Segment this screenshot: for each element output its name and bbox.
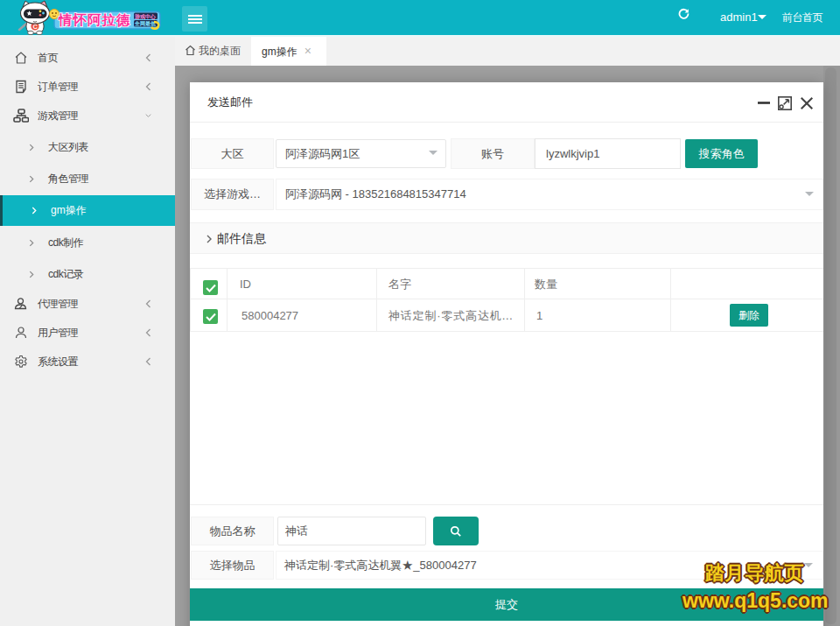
svg-text:情怀阿拉德: 情怀阿拉德 — [58, 12, 131, 27]
svg-text:全网最低: 全网最低 — [134, 20, 156, 27]
svg-text:游戏中心: 游戏中心 — [134, 13, 156, 20]
